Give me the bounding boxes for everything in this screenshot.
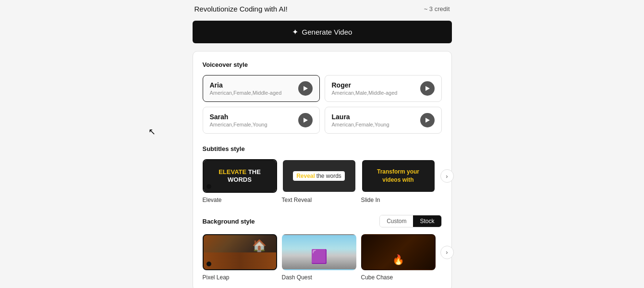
- stock-toggle-button[interactable]: Stock: [413, 215, 441, 227]
- voice-name-aria: Aria: [210, 81, 282, 89]
- play-sarah-button[interactable]: [298, 113, 313, 127]
- generate-video-button[interactable]: ✦ Generate Video: [193, 21, 452, 43]
- voice-desc-laura: American,Female,Young: [332, 122, 389, 127]
- elevate-text-highlight: ELEVATE: [219, 168, 248, 175]
- voice-name-roger: Roger: [332, 81, 398, 89]
- voiceover-section-label: Voiceover style: [203, 61, 442, 68]
- bg-label-dash-quest: Dash Quest: [282, 274, 356, 281]
- voice-card-roger[interactable]: Roger American,Male,Middle-aged: [325, 75, 442, 102]
- background-section-header: Background style Custom Stock: [203, 215, 442, 227]
- play-roger-button[interactable]: [420, 81, 435, 96]
- reveal-word: Reveal: [296, 173, 315, 179]
- bg-label-cube-chase: Cube Chase: [361, 274, 436, 281]
- subtitles-section-label: Subtitles style: [203, 145, 442, 152]
- background-labels: Pixel Leap Dash Quest Cube Chase: [203, 274, 442, 281]
- subtitles-section: Subtitles style ELEVATE THEWORDS: [203, 145, 442, 203]
- cursor-pointer: ↖: [148, 126, 156, 137]
- background-section-label: Background style: [203, 218, 255, 225]
- page-header: Revolutionize Coding with AI! ~ 3 credit: [193, 5, 452, 13]
- play-laura-button[interactable]: [420, 113, 435, 127]
- selected-dot-pixel-leap: [207, 262, 211, 266]
- reveal-rest: the words: [316, 173, 341, 179]
- bg-card-pixel-leap[interactable]: [203, 234, 277, 270]
- voice-name-laura: Laura: [332, 113, 389, 121]
- subtitles-next-arrow[interactable]: ›: [440, 169, 454, 183]
- bg-label-pixel-leap: Pixel Leap: [203, 274, 277, 281]
- voice-name-sarah: Sarah: [210, 113, 267, 121]
- play-aria-button[interactable]: [298, 81, 313, 96]
- subtitle-card-text-reveal[interactable]: Reveal the words: [282, 159, 356, 193]
- subtitle-card-elevate[interactable]: ELEVATE THEWORDS: [203, 159, 277, 193]
- credit-badge: ~ 3 credit: [424, 5, 450, 13]
- spark-icon: ✦: [292, 27, 298, 37]
- main-panel: Voiceover style Aria American,Female,Mid…: [193, 51, 452, 288]
- subtitle-card-slide-in[interactable]: Transform yourvideos with: [361, 159, 436, 193]
- voice-desc-aria: American,Female,Middle-aged: [210, 90, 282, 96]
- selected-dot-elevate: [207, 184, 211, 189]
- slidein-text: Transform yourvideos with: [377, 168, 419, 184]
- voice-card-sarah[interactable]: Sarah American,Female,Young: [203, 107, 320, 134]
- subtitle-label-slide-in: Slide In: [361, 197, 436, 203]
- voice-card-aria[interactable]: Aria American,Female,Middle-aged: [203, 75, 320, 102]
- background-section: Background style Custom Stock: [203, 215, 442, 281]
- custom-toggle-button[interactable]: Custom: [380, 215, 413, 227]
- generate-button-label: Generate Video: [302, 28, 352, 36]
- voice-grid: Aria American,Female,Middle-aged Roger A…: [203, 75, 442, 134]
- subtitle-label-elevate: Elevate: [203, 197, 277, 203]
- voice-desc-sarah: American,Female,Young: [210, 122, 267, 127]
- bg-card-cube-chase[interactable]: [361, 234, 436, 270]
- bg-card-dash-quest[interactable]: [282, 234, 356, 270]
- background-toggle: Custom Stock: [379, 215, 441, 227]
- voice-desc-roger: American,Male,Middle-aged: [332, 90, 398, 96]
- background-next-arrow[interactable]: ›: [440, 246, 454, 259]
- subtitle-label-text-reveal: Text Reveal: [282, 197, 356, 203]
- subtitle-labels: Elevate Text Reveal Slide In: [203, 197, 442, 203]
- voice-card-laura[interactable]: Laura American,Female,Young: [325, 107, 442, 134]
- page-title: Revolutionize Coding with AI!: [194, 5, 288, 13]
